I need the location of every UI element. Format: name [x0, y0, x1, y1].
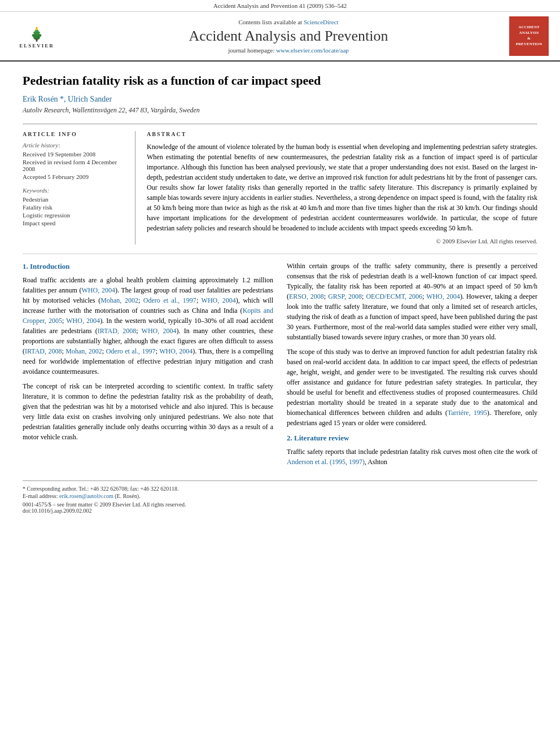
abstract-column: ABSTRACT Knowledge of the amount of viol… — [147, 131, 537, 244]
right-para-1: Within certain groups of the traffic saf… — [287, 261, 537, 342]
section1-heading: 1. Introduction — [23, 261, 273, 272]
journal-reference-text: Accident Analysis and Prevention 41 (200… — [213, 2, 347, 9]
svg-point-9 — [36, 27, 37, 28]
journal-badge: ACCIDENTANALYSIS&PREVENTION — [509, 16, 549, 56]
homepage-label: journal homepage: — [228, 47, 274, 54]
contents-label-text: Contents lists available at — [238, 19, 302, 25]
abstract-label: ABSTRACT — [147, 131, 537, 137]
erso-ref[interactable]: ERSO, 2008 — [289, 292, 324, 300]
revised-date: Received in revised form 4 December 2008 — [23, 159, 126, 172]
article-info-label: Article Info — [23, 131, 126, 137]
article-info-abstract-section: Article Info Article history: Received 1… — [23, 124, 537, 244]
contents-available-line: Contents lists available at ScienceDirec… — [79, 19, 498, 25]
journal-title-text: Accident Analysis and Prevention — [79, 28, 498, 45]
who-2004-ref-3[interactable]: WHO, 2004 — [66, 317, 100, 325]
sciencedirect-link[interactable]: ScienceDirect — [304, 19, 339, 25]
body-right-column: Within certain groups of the traffic saf… — [287, 261, 537, 472]
odero-ref[interactable]: Odero et al., 1997 — [143, 296, 196, 304]
email-label: E-mail address: — [23, 493, 58, 499]
body-columns: 1. Introduction Road traffic accidents a… — [23, 261, 537, 472]
keyword-logistic-regression: Logistic regression — [23, 212, 126, 219]
intro-para-2: The concept of risk can be interpreted a… — [23, 381, 273, 442]
odero-ref-2[interactable]: Odero et al., 1997 — [106, 347, 156, 355]
paper-title: Pedestrian fatality risk as a function o… — [23, 73, 537, 89]
oecd-ref[interactable]: OECD/ECMT, 2006 — [366, 292, 422, 300]
journal-homepage-line: journal homepage: www.elsevier.com/locat… — [79, 47, 498, 54]
intro-para-1: Road traffic accidents are a global heal… — [23, 275, 273, 377]
affiliation: Autoliv Research, Wallentinsvägen 22, 44… — [23, 106, 537, 115]
email-note: E-mail address: erik.rosen@autoliv.com (… — [23, 493, 537, 499]
kopits-ref[interactable]: Kopits and Cropper, 2005 — [23, 307, 273, 325]
irtad-ref-2[interactable]: IRTAD, 2008 — [25, 347, 62, 355]
article-info-column: Article Info Article history: Received 1… — [23, 131, 135, 244]
abstract-text: Knowledge of the amount of violence tole… — [147, 142, 537, 233]
mohan-2002-ref-2[interactable]: Mohan, 2002 — [65, 347, 102, 355]
corresponding-author-note: * Corresponding author. Tel.: +46 322 62… — [23, 486, 537, 492]
footer-section: * Corresponding author. Tel.: +46 322 62… — [23, 480, 537, 514]
mohan-2002-ref[interactable]: Mohan, 2002 — [100, 296, 138, 304]
main-content: Pedestrian fatality risk as a function o… — [0, 62, 560, 525]
author-email[interactable]: erik.rosen@autoliv.com — [59, 493, 113, 499]
footer-bottom: 0001-4575/$ – see front matter © 2009 El… — [23, 501, 537, 514]
authors: Erik Rosén *, Ulrich Sander — [23, 95, 537, 104]
body-divider — [23, 254, 537, 254]
anderson-ref[interactable]: Anderson et al. (1995, 1997) — [287, 458, 365, 466]
received-date: Received 19 September 2008 — [23, 151, 126, 158]
journal-title-section: Contents lists available at ScienceDirec… — [79, 19, 498, 54]
journal-badge-section: ACCIDENTANALYSIS&PREVENTION — [498, 16, 549, 56]
who-2004-ref-2[interactable]: WHO, 2004 — [202, 296, 236, 304]
elsevier-logo-section: ELSEVIER — [11, 22, 79, 50]
homepage-url[interactable]: www.elsevier.com/locate/aap — [276, 47, 349, 54]
issn-text: 0001-4575/$ – see front matter © 2009 El… — [23, 501, 186, 508]
keywords-label: Keywords: — [23, 187, 126, 194]
svg-rect-7 — [36, 39, 38, 42]
irtad-ref-1[interactable]: IRTAD, 2008 — [98, 327, 136, 335]
right-para-2: The scope of this study was to derive an… — [287, 347, 537, 428]
grsp-ref[interactable]: GRSP, 2008 — [328, 292, 362, 300]
body-left-column: 1. Introduction Road traffic accidents a… — [23, 261, 273, 472]
elsevier-tree-icon — [25, 24, 48, 42]
footer-issn: 0001-4575/$ – see front matter © 2009 El… — [23, 501, 186, 514]
journal-header: ELSEVIER Contents lists available at Sci… — [0, 12, 560, 62]
svg-point-4 — [37, 34, 41, 37]
keywords-section: Keywords: Pedestrian Fatality risk Logis… — [23, 187, 126, 226]
section2-para-1: Traffic safety reports that include pede… — [287, 447, 537, 467]
journal-reference-bar: Accident Analysis and Prevention 41 (200… — [0, 0, 560, 12]
email-suffix: (E. Rosén). — [115, 493, 140, 499]
who-2004-ref-6[interactable]: WHO, 2004 — [426, 292, 460, 300]
who-2004-ref-4[interactable]: WHO, 2004 — [142, 327, 177, 335]
keyword-pedestrian: Pedestrian — [23, 196, 126, 203]
svg-point-3 — [32, 34, 36, 37]
who-2004-ref-1[interactable]: WHO, 2004 — [82, 286, 115, 294]
tarriere-ref[interactable]: Tarriére, 1995 — [448, 409, 487, 417]
keyword-impact-speed: Impact speed — [23, 220, 126, 226]
svg-point-5 — [33, 32, 36, 34]
corresponding-author-text: * Corresponding author. Tel.: +46 322 62… — [23, 486, 178, 492]
elsevier-brand-text: ELSEVIER — [19, 43, 54, 49]
keyword-fatality-risk: Fatality risk — [23, 204, 126, 211]
accepted-date: Accepted 5 February 2009 — [23, 173, 126, 180]
section2-heading: 2. Literature review — [287, 433, 537, 444]
copyright-line: © 2009 Elsevier Ltd. All rights reserved… — [147, 238, 537, 244]
doi-text: doi:10.1016/j.aap.2009.02.002 — [23, 508, 186, 514]
who-2004-ref-5[interactable]: WHO, 2004 — [159, 347, 193, 355]
svg-point-6 — [37, 32, 40, 34]
article-history-label: Article history: — [23, 142, 126, 148]
elsevier-logo: ELSEVIER — [11, 22, 62, 50]
